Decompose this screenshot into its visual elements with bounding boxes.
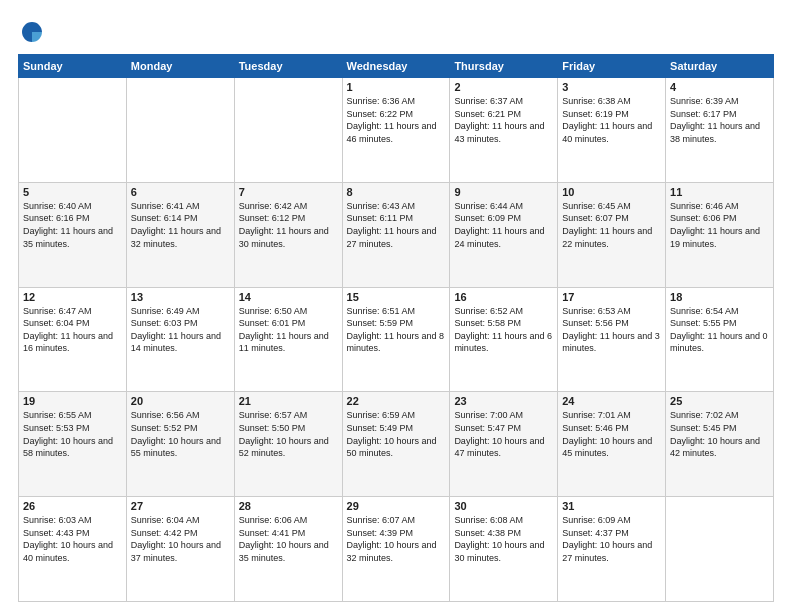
day-number: 12: [23, 291, 122, 303]
logo-icon: [18, 18, 46, 46]
cell-text: Sunrise: 6:57 AM Sunset: 5:50 PM Dayligh…: [239, 409, 338, 459]
day-number: 1: [347, 81, 446, 93]
day-number: 7: [239, 186, 338, 198]
calendar-week-4: 19Sunrise: 6:55 AM Sunset: 5:53 PM Dayli…: [19, 392, 774, 497]
cell-text: Sunrise: 7:02 AM Sunset: 5:45 PM Dayligh…: [670, 409, 769, 459]
calendar-cell: 17Sunrise: 6:53 AM Sunset: 5:56 PM Dayli…: [558, 287, 666, 392]
calendar-cell: 6Sunrise: 6:41 AM Sunset: 6:14 PM Daylig…: [126, 182, 234, 287]
calendar-cell: 15Sunrise: 6:51 AM Sunset: 5:59 PM Dayli…: [342, 287, 450, 392]
cell-text: Sunrise: 6:50 AM Sunset: 6:01 PM Dayligh…: [239, 305, 338, 355]
calendar-week-1: 1Sunrise: 6:36 AM Sunset: 6:22 PM Daylig…: [19, 78, 774, 183]
calendar-cell: [126, 78, 234, 183]
day-number: 15: [347, 291, 446, 303]
cell-text: Sunrise: 6:36 AM Sunset: 6:22 PM Dayligh…: [347, 95, 446, 145]
calendar-cell: [666, 497, 774, 602]
calendar-cell: 12Sunrise: 6:47 AM Sunset: 6:04 PM Dayli…: [19, 287, 127, 392]
cell-text: Sunrise: 6:37 AM Sunset: 6:21 PM Dayligh…: [454, 95, 553, 145]
cell-text: Sunrise: 6:45 AM Sunset: 6:07 PM Dayligh…: [562, 200, 661, 250]
calendar-cell: [234, 78, 342, 183]
day-number: 17: [562, 291, 661, 303]
cell-text: Sunrise: 6:56 AM Sunset: 5:52 PM Dayligh…: [131, 409, 230, 459]
day-number: 11: [670, 186, 769, 198]
day-number: 4: [670, 81, 769, 93]
cell-text: Sunrise: 6:54 AM Sunset: 5:55 PM Dayligh…: [670, 305, 769, 355]
day-number: 8: [347, 186, 446, 198]
day-number: 20: [131, 395, 230, 407]
calendar-cell: 25Sunrise: 7:02 AM Sunset: 5:45 PM Dayli…: [666, 392, 774, 497]
cell-text: Sunrise: 7:00 AM Sunset: 5:47 PM Dayligh…: [454, 409, 553, 459]
calendar-cell: 24Sunrise: 7:01 AM Sunset: 5:46 PM Dayli…: [558, 392, 666, 497]
calendar-cell: 31Sunrise: 6:09 AM Sunset: 4:37 PM Dayli…: [558, 497, 666, 602]
cell-text: Sunrise: 6:49 AM Sunset: 6:03 PM Dayligh…: [131, 305, 230, 355]
weekday-header-monday: Monday: [126, 55, 234, 78]
cell-text: Sunrise: 6:08 AM Sunset: 4:38 PM Dayligh…: [454, 514, 553, 564]
calendar-cell: 1Sunrise: 6:36 AM Sunset: 6:22 PM Daylig…: [342, 78, 450, 183]
day-number: 26: [23, 500, 122, 512]
cell-text: Sunrise: 6:59 AM Sunset: 5:49 PM Dayligh…: [347, 409, 446, 459]
calendar-week-5: 26Sunrise: 6:03 AM Sunset: 4:43 PM Dayli…: [19, 497, 774, 602]
cell-text: Sunrise: 6:51 AM Sunset: 5:59 PM Dayligh…: [347, 305, 446, 355]
cell-text: Sunrise: 6:43 AM Sunset: 6:11 PM Dayligh…: [347, 200, 446, 250]
logo: [18, 18, 50, 46]
day-number: 18: [670, 291, 769, 303]
calendar-cell: 2Sunrise: 6:37 AM Sunset: 6:21 PM Daylig…: [450, 78, 558, 183]
cell-text: Sunrise: 6:42 AM Sunset: 6:12 PM Dayligh…: [239, 200, 338, 250]
calendar-cell: 13Sunrise: 6:49 AM Sunset: 6:03 PM Dayli…: [126, 287, 234, 392]
calendar-cell: 30Sunrise: 6:08 AM Sunset: 4:38 PM Dayli…: [450, 497, 558, 602]
calendar-cell: 29Sunrise: 6:07 AM Sunset: 4:39 PM Dayli…: [342, 497, 450, 602]
page: SundayMondayTuesdayWednesdayThursdayFrid…: [0, 0, 792, 612]
day-number: 14: [239, 291, 338, 303]
calendar-week-3: 12Sunrise: 6:47 AM Sunset: 6:04 PM Dayli…: [19, 287, 774, 392]
cell-text: Sunrise: 6:03 AM Sunset: 4:43 PM Dayligh…: [23, 514, 122, 564]
day-number: 9: [454, 186, 553, 198]
calendar-cell: 22Sunrise: 6:59 AM Sunset: 5:49 PM Dayli…: [342, 392, 450, 497]
day-number: 2: [454, 81, 553, 93]
calendar-cell: 14Sunrise: 6:50 AM Sunset: 6:01 PM Dayli…: [234, 287, 342, 392]
calendar-header: SundayMondayTuesdayWednesdayThursdayFrid…: [19, 55, 774, 78]
day-number: 24: [562, 395, 661, 407]
cell-text: Sunrise: 6:06 AM Sunset: 4:41 PM Dayligh…: [239, 514, 338, 564]
calendar-cell: 5Sunrise: 6:40 AM Sunset: 6:16 PM Daylig…: [19, 182, 127, 287]
calendar-cell: 19Sunrise: 6:55 AM Sunset: 5:53 PM Dayli…: [19, 392, 127, 497]
calendar-cell: 27Sunrise: 6:04 AM Sunset: 4:42 PM Dayli…: [126, 497, 234, 602]
calendar-cell: 4Sunrise: 6:39 AM Sunset: 6:17 PM Daylig…: [666, 78, 774, 183]
weekday-header-saturday: Saturday: [666, 55, 774, 78]
calendar-cell: 10Sunrise: 6:45 AM Sunset: 6:07 PM Dayli…: [558, 182, 666, 287]
calendar-cell: 11Sunrise: 6:46 AM Sunset: 6:06 PM Dayli…: [666, 182, 774, 287]
cell-text: Sunrise: 6:07 AM Sunset: 4:39 PM Dayligh…: [347, 514, 446, 564]
day-number: 6: [131, 186, 230, 198]
day-number: 29: [347, 500, 446, 512]
cell-text: Sunrise: 6:55 AM Sunset: 5:53 PM Dayligh…: [23, 409, 122, 459]
calendar-cell: 26Sunrise: 6:03 AM Sunset: 4:43 PM Dayli…: [19, 497, 127, 602]
day-number: 22: [347, 395, 446, 407]
weekday-header-friday: Friday: [558, 55, 666, 78]
cell-text: Sunrise: 6:52 AM Sunset: 5:58 PM Dayligh…: [454, 305, 553, 355]
day-number: 13: [131, 291, 230, 303]
weekday-header-sunday: Sunday: [19, 55, 127, 78]
weekday-header-wednesday: Wednesday: [342, 55, 450, 78]
calendar-body: 1Sunrise: 6:36 AM Sunset: 6:22 PM Daylig…: [19, 78, 774, 602]
day-number: 30: [454, 500, 553, 512]
calendar-cell: 21Sunrise: 6:57 AM Sunset: 5:50 PM Dayli…: [234, 392, 342, 497]
calendar-cell: 23Sunrise: 7:00 AM Sunset: 5:47 PM Dayli…: [450, 392, 558, 497]
calendar-cell: 8Sunrise: 6:43 AM Sunset: 6:11 PM Daylig…: [342, 182, 450, 287]
calendar-week-2: 5Sunrise: 6:40 AM Sunset: 6:16 PM Daylig…: [19, 182, 774, 287]
cell-text: Sunrise: 6:40 AM Sunset: 6:16 PM Dayligh…: [23, 200, 122, 250]
calendar-cell: [19, 78, 127, 183]
calendar-cell: 3Sunrise: 6:38 AM Sunset: 6:19 PM Daylig…: [558, 78, 666, 183]
calendar-cell: 28Sunrise: 6:06 AM Sunset: 4:41 PM Dayli…: [234, 497, 342, 602]
weekday-header-tuesday: Tuesday: [234, 55, 342, 78]
day-number: 19: [23, 395, 122, 407]
calendar-cell: 16Sunrise: 6:52 AM Sunset: 5:58 PM Dayli…: [450, 287, 558, 392]
day-number: 21: [239, 395, 338, 407]
day-number: 27: [131, 500, 230, 512]
day-number: 28: [239, 500, 338, 512]
cell-text: Sunrise: 6:44 AM Sunset: 6:09 PM Dayligh…: [454, 200, 553, 250]
day-number: 10: [562, 186, 661, 198]
day-number: 3: [562, 81, 661, 93]
weekday-header-thursday: Thursday: [450, 55, 558, 78]
day-number: 25: [670, 395, 769, 407]
calendar-cell: 7Sunrise: 6:42 AM Sunset: 6:12 PM Daylig…: [234, 182, 342, 287]
calendar-cell: 20Sunrise: 6:56 AM Sunset: 5:52 PM Dayli…: [126, 392, 234, 497]
cell-text: Sunrise: 6:39 AM Sunset: 6:17 PM Dayligh…: [670, 95, 769, 145]
